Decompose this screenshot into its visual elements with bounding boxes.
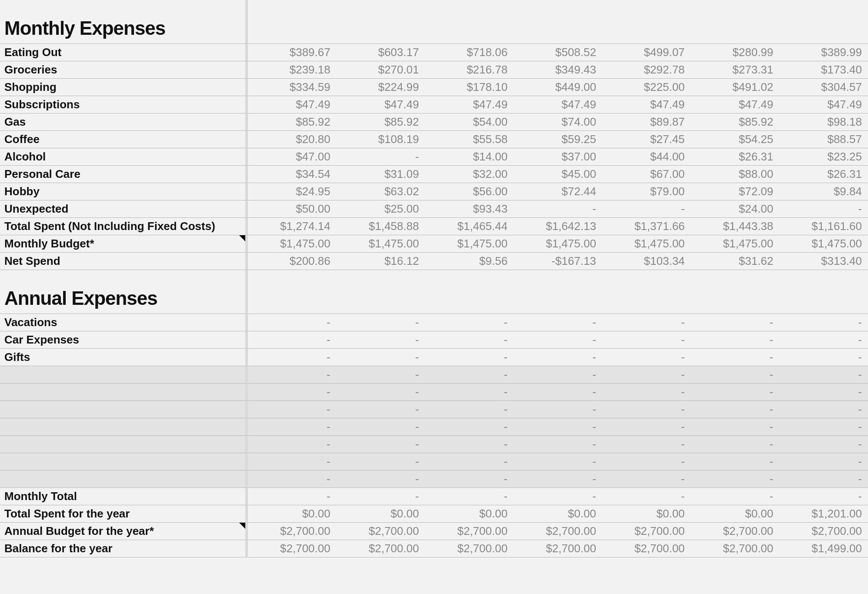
value-cell[interactable]: - (248, 314, 337, 331)
value-cell[interactable]: $47.49 (779, 96, 868, 113)
value-cell[interactable]: - (425, 488, 514, 505)
value-cell[interactable]: - (514, 384, 602, 401)
row-label[interactable]: Groceries (0, 61, 248, 79)
row-label[interactable]: Car Expenses (0, 331, 248, 349)
row-label[interactable]: Annual Budget for the year* (0, 523, 248, 540)
value-cell[interactable]: - (514, 418, 602, 436)
value-cell[interactable]: $108.19 (337, 131, 425, 148)
value-cell[interactable]: - (691, 331, 780, 349)
value-cell[interactable]: $26.31 (779, 166, 868, 183)
value-cell[interactable]: - (248, 384, 337, 401)
value-cell[interactable]: $334.59 (248, 79, 337, 96)
value-cell[interactable]: - (425, 349, 514, 366)
value-cell[interactable]: $2,700.00 (337, 540, 425, 557)
value-cell[interactable]: $31.09 (337, 166, 425, 183)
value-cell[interactable]: $2,700.00 (602, 540, 691, 557)
value-cell[interactable]: - (691, 471, 780, 488)
value-cell[interactable]: $1,475.00 (691, 235, 780, 253)
value-cell[interactable]: - (425, 366, 514, 384)
value-cell[interactable]: $1,371.66 (602, 218, 691, 235)
value-cell[interactable]: $63.02 (337, 183, 425, 200)
value-cell[interactable]: $292.78 (602, 61, 691, 79)
value-cell[interactable]: $173.40 (779, 61, 868, 79)
value-cell[interactable]: - (779, 471, 868, 488)
value-cell[interactable]: $1,475.00 (425, 235, 514, 253)
value-cell[interactable]: - (337, 401, 425, 418)
value-cell[interactable]: $24.95 (248, 183, 337, 200)
value-cell[interactable]: - (425, 418, 514, 436)
value-cell[interactable]: - (691, 384, 780, 401)
value-cell[interactable]: $2,700.00 (779, 523, 868, 540)
value-cell[interactable]: $603.17 (337, 44, 425, 61)
value-cell[interactable]: $85.92 (248, 113, 337, 131)
value-cell[interactable]: $1,458.88 (337, 218, 425, 235)
value-cell[interactable]: - (779, 488, 868, 505)
value-cell[interactable]: - (514, 331, 602, 349)
row-label[interactable] (0, 471, 248, 488)
row-label[interactable]: Alcohol (0, 148, 248, 166)
value-cell[interactable]: - (691, 488, 780, 505)
value-cell[interactable]: $47.49 (337, 96, 425, 113)
value-cell[interactable]: $178.10 (425, 79, 514, 96)
value-cell[interactable]: - (602, 436, 691, 453)
value-cell[interactable]: $239.18 (248, 61, 337, 79)
value-cell[interactable]: $85.92 (337, 113, 425, 131)
value-cell[interactable]: - (337, 418, 425, 436)
value-cell[interactable]: $1,475.00 (514, 235, 602, 253)
value-cell[interactable]: - (337, 436, 425, 453)
value-cell[interactable]: $72.09 (691, 183, 780, 200)
row-label[interactable] (0, 401, 248, 418)
value-cell[interactable]: $88.57 (779, 131, 868, 148)
value-cell[interactable]: $508.52 (514, 44, 602, 61)
value-cell[interactable]: - (425, 384, 514, 401)
value-cell[interactable]: $25.00 (337, 200, 425, 218)
row-label[interactable]: Coffee (0, 131, 248, 148)
row-label[interactable]: Subscriptions (0, 96, 248, 113)
value-cell[interactable]: $1,443.38 (691, 218, 780, 235)
value-cell[interactable]: $2,700.00 (691, 540, 780, 557)
row-label[interactable] (0, 453, 248, 471)
value-cell[interactable]: $23.25 (779, 148, 868, 166)
value-cell[interactable]: - (248, 436, 337, 453)
value-cell[interactable]: $2,700.00 (691, 523, 780, 540)
row-label[interactable] (0, 366, 248, 384)
row-label[interactable]: Eating Out (0, 44, 248, 61)
row-label[interactable] (0, 418, 248, 436)
value-cell[interactable]: - (248, 366, 337, 384)
value-cell[interactable]: - (425, 401, 514, 418)
value-cell[interactable]: - (425, 331, 514, 349)
value-cell[interactable]: $449.00 (514, 79, 602, 96)
value-cell[interactable]: $45.00 (514, 166, 602, 183)
row-label[interactable]: Vacations (0, 314, 248, 331)
value-cell[interactable]: - (248, 401, 337, 418)
value-cell[interactable]: $26.31 (691, 148, 780, 166)
value-cell[interactable]: $103.34 (602, 253, 691, 270)
value-cell[interactable]: - (779, 200, 868, 218)
row-label[interactable]: Net Spend (0, 253, 248, 270)
value-cell[interactable]: $89.87 (602, 113, 691, 131)
value-cell[interactable]: $0.00 (514, 505, 602, 523)
value-cell[interactable]: $47.49 (248, 96, 337, 113)
value-cell[interactable]: - (248, 471, 337, 488)
value-cell[interactable]: - (337, 349, 425, 366)
value-cell[interactable]: $2,700.00 (514, 540, 602, 557)
value-cell[interactable]: - (337, 453, 425, 471)
value-cell[interactable]: - (602, 488, 691, 505)
value-cell[interactable]: - (514, 200, 602, 218)
row-label[interactable]: Monthly Budget* (0, 235, 248, 253)
value-cell[interactable]: - (602, 314, 691, 331)
value-cell[interactable]: $2,700.00 (425, 540, 514, 557)
value-cell[interactable]: $54.00 (425, 113, 514, 131)
value-cell[interactable]: $499.07 (602, 44, 691, 61)
value-cell[interactable]: $0.00 (248, 505, 337, 523)
value-cell[interactable]: - (691, 349, 780, 366)
value-cell[interactable]: $32.00 (425, 166, 514, 183)
row-label[interactable]: Personal Care (0, 166, 248, 183)
value-cell[interactable]: $200.86 (248, 253, 337, 270)
value-cell[interactable]: $56.00 (425, 183, 514, 200)
value-cell[interactable]: $74.00 (514, 113, 602, 131)
value-cell[interactable]: - (514, 436, 602, 453)
value-cell[interactable]: $59.25 (514, 131, 602, 148)
value-cell[interactable]: $34.54 (248, 166, 337, 183)
value-cell[interactable]: - (425, 471, 514, 488)
